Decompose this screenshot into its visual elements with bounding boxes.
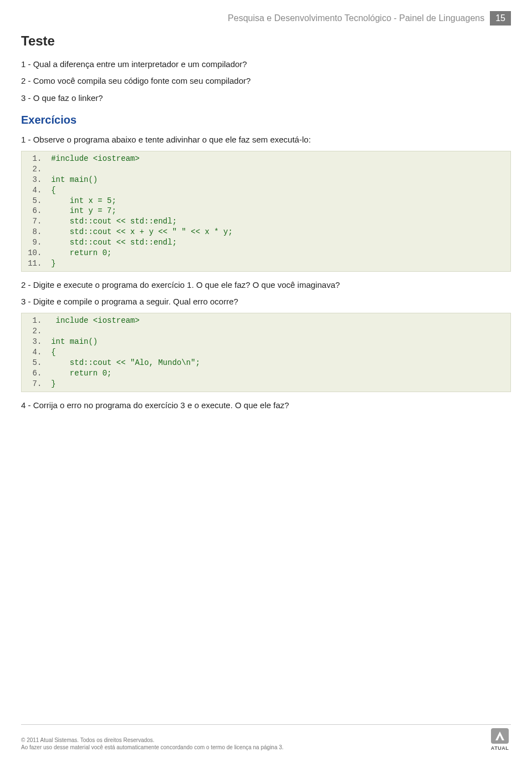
logo-label: ATUAL [491, 745, 509, 751]
section-heading-teste: Teste [21, 33, 511, 49]
code-line: 6. int y = 7; [23, 206, 509, 216]
code-line: 7. } [23, 379, 509, 389]
footer-text: © 2011 Atual Sistemas. Todos os direitos… [21, 736, 284, 751]
footer-line-1: © 2011 Atual Sistemas. Todos os direitos… [21, 736, 284, 744]
svg-rect-0 [491, 728, 509, 744]
code-line: 3. int main() [23, 337, 509, 347]
logo-icon [489, 727, 511, 745]
code-line: 6. return 0; [23, 368, 509, 379]
exercicio-4-text: 4 - Corrija o erro no programa do exercí… [21, 400, 511, 411]
code-block-1: 1. #include <iostream>2. 3. int main()4.… [21, 151, 511, 272]
code-line: 3. int main() [23, 175, 509, 185]
code-line: 9. std::cout << std::endl; [23, 237, 509, 248]
code-line: 7. std::cout << std::endl; [23, 216, 509, 227]
exercicio-1-text: 1 - Observe o programa abaixo e tente ad… [21, 134, 511, 145]
code-line: 2. [23, 164, 509, 175]
teste-item-3: 3 - O que faz o linker? [21, 93, 511, 104]
code-block-2: 1. include <iostream>2. 3. int main()4. … [21, 313, 511, 392]
code-line: 8. std::cout << x + y << " " << x * y; [23, 227, 509, 237]
exercicio-2-text: 2 - Digite e execute o programa do exerc… [21, 280, 511, 291]
footer-line-2: Ao fazer uso desse material você está au… [21, 744, 284, 751]
page-number-badge: 15 [490, 11, 511, 26]
code-line: 1. include <iostream> [23, 316, 509, 326]
page-header: Pesquisa e Desenvolvimento Tecnológico -… [21, 11, 511, 26]
code-line: 4. { [23, 347, 509, 358]
teste-item-1: 1 - Qual a diferença entre um interpreta… [21, 59, 511, 70]
code-line: 1. #include <iostream> [23, 154, 509, 164]
code-line: 5. int x = 5; [23, 196, 509, 206]
exercicio-3-text: 3 - Digite e compile o programa a seguir… [21, 296, 511, 307]
header-title: Pesquisa e Desenvolvimento Tecnológico -… [228, 13, 484, 23]
teste-item-2: 2 - Como você compila seu código fonte c… [21, 75, 511, 87]
code-line: 10. return 0; [23, 248, 509, 258]
footer-logo: ATUAL [489, 727, 511, 751]
code-line: 5. std::cout << "Alo, Mundo\n"; [23, 358, 509, 368]
code-line: 11. } [23, 258, 509, 269]
code-line: 4. { [23, 185, 509, 196]
section-heading-exercicios: Exercícios [21, 114, 511, 126]
code-line: 2. [23, 326, 509, 337]
page-footer: © 2011 Atual Sistemas. Todos os direitos… [21, 724, 511, 751]
